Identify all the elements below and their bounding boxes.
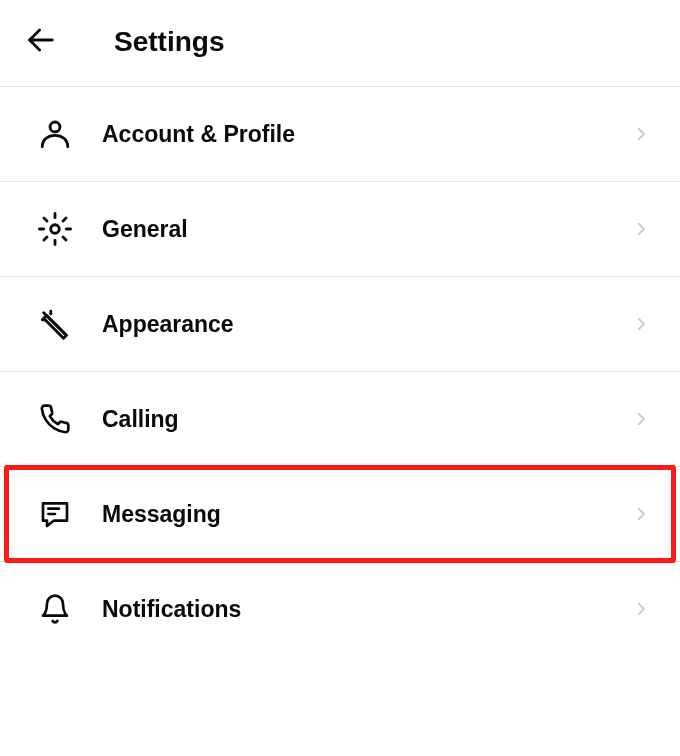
chevron-right-icon bbox=[630, 218, 652, 240]
settings-item-notifications[interactable]: Notifications bbox=[0, 562, 680, 656]
wand-icon bbox=[36, 305, 74, 343]
settings-item-label: Account & Profile bbox=[102, 121, 630, 148]
back-arrow-icon bbox=[24, 23, 58, 61]
settings-item-appearance[interactable]: Appearance bbox=[0, 277, 680, 372]
chevron-right-icon bbox=[630, 598, 652, 620]
settings-item-label: Appearance bbox=[102, 311, 630, 338]
chevron-right-icon bbox=[630, 123, 652, 145]
settings-list: Account & Profile General bbox=[0, 87, 680, 656]
settings-item-calling[interactable]: Calling bbox=[0, 372, 680, 467]
chevron-right-icon bbox=[630, 408, 652, 430]
phone-icon bbox=[36, 400, 74, 438]
gear-icon bbox=[36, 210, 74, 248]
bell-icon bbox=[36, 590, 74, 628]
chevron-right-icon bbox=[630, 503, 652, 525]
settings-item-label: Calling bbox=[102, 406, 630, 433]
chevron-right-icon bbox=[630, 313, 652, 335]
svg-point-1 bbox=[50, 122, 60, 132]
person-icon bbox=[36, 115, 74, 153]
settings-item-account-profile[interactable]: Account & Profile bbox=[0, 87, 680, 182]
settings-item-messaging[interactable]: Messaging bbox=[0, 467, 680, 562]
settings-item-label: Notifications bbox=[102, 596, 630, 623]
settings-item-label: Messaging bbox=[102, 501, 630, 528]
page-title: Settings bbox=[114, 26, 224, 58]
settings-item-general[interactable]: General bbox=[0, 182, 680, 277]
svg-point-2 bbox=[51, 225, 60, 234]
header: Settings bbox=[0, 0, 680, 87]
settings-item-label: General bbox=[102, 216, 630, 243]
back-button[interactable] bbox=[24, 22, 64, 62]
message-icon bbox=[36, 495, 74, 533]
